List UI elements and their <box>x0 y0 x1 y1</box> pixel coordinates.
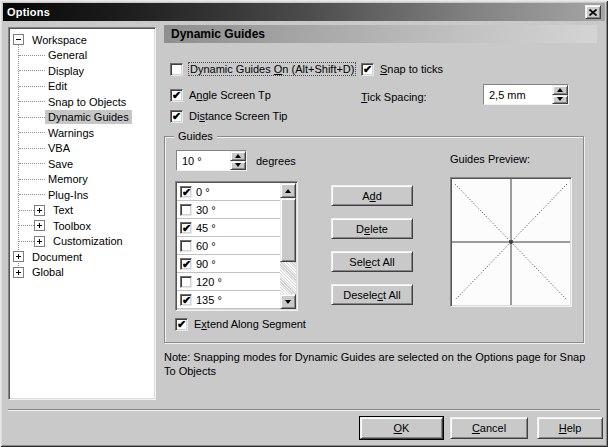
tree-connector-stub <box>19 225 34 226</box>
expand-plus-icon[interactable] <box>13 267 24 278</box>
guides-group: Guides 10 ° degrees 0 °30 °45 °60 °90 °1… <box>164 136 584 343</box>
tree-connector-stub <box>19 86 45 87</box>
footer-separator <box>8 409 600 411</box>
dynamic-guides-on-label: Dynamic Guides On (Alt+Shift+D) <box>189 63 355 75</box>
tree-item-toolbox[interactable]: Toolbox <box>9 218 155 234</box>
angle-label: 60 ° <box>196 240 216 252</box>
tree-item-dynamic-guides[interactable]: Dynamic Guides <box>9 110 155 126</box>
tree-item-label: Snap to Objects <box>45 95 129 109</box>
tree-item-warnings[interactable]: Warnings <box>9 125 155 141</box>
angle-row-30[interactable]: 30 ° <box>177 201 280 219</box>
checkbox-icon[interactable] <box>180 276 192 288</box>
tree-item-customization[interactable]: Customization <box>9 234 155 250</box>
add-button[interactable]: Add <box>331 185 413 206</box>
tree-item-label: Save <box>45 157 76 171</box>
distance-screen-tip-checkbox[interactable]: Distance Screen Tip <box>170 109 287 123</box>
checkbox-icon[interactable] <box>180 186 192 198</box>
checkbox-icon[interactable] <box>180 258 192 270</box>
tree-connector-stub <box>19 117 45 118</box>
checkbox-icon[interactable] <box>170 63 183 76</box>
arrow-down-icon <box>557 97 563 101</box>
dynamic-guides-on-checkbox[interactable]: Dynamic Guides On (Alt+Shift+D) <box>170 62 355 76</box>
tree-connector-stub <box>19 70 45 71</box>
tree-item-label: Customization <box>50 234 126 248</box>
tree-item-document[interactable]: Document <box>9 249 155 265</box>
tree-item-snap-to-objects[interactable]: Snap to Objects <box>9 94 155 110</box>
tree-item-workspace[interactable]: Workspace <box>9 32 155 48</box>
close-button[interactable] <box>585 5 601 19</box>
checkbox-icon[interactable] <box>180 222 192 234</box>
angle-label: 45 ° <box>196 222 216 234</box>
angle-list[interactable]: 0 °30 °45 °60 °90 °120 °135 ° <box>175 181 298 311</box>
scrollbar-thumb[interactable] <box>280 198 296 262</box>
spin-down-button[interactable] <box>552 95 568 105</box>
tick-spacing-spinbox[interactable]: 2,5 mm <box>483 84 569 105</box>
tree-item-label: VBA <box>45 141 73 155</box>
angle-row-0[interactable]: 0 ° <box>177 183 280 201</box>
tree-connector-stub <box>19 55 45 56</box>
scroll-up-button[interactable] <box>280 183 296 198</box>
degrees-value[interactable]: 10 ° <box>177 151 230 170</box>
angle-row-135[interactable]: 135 ° <box>177 291 280 309</box>
spin-up-button[interactable] <box>230 151 246 161</box>
tree-item-vba[interactable]: VBA <box>9 141 155 157</box>
degrees-label: degrees <box>256 155 296 167</box>
collapse-minus-icon[interactable] <box>13 34 24 45</box>
guides-preview-label: Guides Preview: <box>450 153 530 165</box>
tree-item-edit[interactable]: Edit <box>9 79 155 95</box>
tree-item-general[interactable]: General <box>9 48 155 64</box>
snap-to-ticks-checkbox[interactable]: Snap to ticks <box>361 62 443 76</box>
cancel-button[interactable]: Cancel <box>450 417 528 439</box>
tree-item-save[interactable]: Save <box>9 156 155 172</box>
arrow-up-icon <box>557 88 563 92</box>
angle-label: 0 ° <box>196 186 210 198</box>
snap-to-ticks-label: Snap to ticks <box>380 63 443 75</box>
angle-list-scrollbar[interactable] <box>280 183 296 309</box>
checkbox-icon[interactable] <box>180 240 192 252</box>
checkbox-icon[interactable] <box>170 89 183 102</box>
ok-button[interactable]: OK <box>360 417 443 439</box>
arrow-up-icon <box>285 189 291 193</box>
expand-plus-icon[interactable] <box>13 251 24 262</box>
page-title: Dynamic Guides <box>164 25 597 43</box>
select-all-button[interactable]: Select All <box>331 251 413 272</box>
checkbox-icon[interactable] <box>175 318 188 331</box>
spin-down-button[interactable] <box>230 161 246 171</box>
tree-connector-stub <box>19 101 45 102</box>
note-text: Note: Snapping modes for Dynamic Guides … <box>164 350 598 378</box>
options-tree[interactable]: WorkspaceGeneralDisplayEditSnap to Objec… <box>8 27 156 400</box>
tick-spacing-value[interactable]: 2,5 mm <box>484 85 552 104</box>
extend-along-segment-checkbox[interactable]: Extend Along Segment <box>175 317 306 331</box>
distance-screen-tip-label: Distance Screen Tip <box>189 110 287 122</box>
checkbox-icon[interactable] <box>180 294 192 306</box>
arrow-up-icon <box>235 154 241 158</box>
checkbox-icon[interactable] <box>170 110 183 123</box>
help-button[interactable]: Help <box>537 417 603 439</box>
tree-item-label: General <box>45 48 90 62</box>
expand-plus-icon[interactable] <box>34 220 45 231</box>
angle-row-120[interactable]: 120 ° <box>177 273 280 291</box>
angle-row-90[interactable]: 90 ° <box>177 255 280 273</box>
angle-row-60[interactable]: 60 ° <box>177 237 280 255</box>
tree-item-label: Edit <box>45 79 70 93</box>
tree-item-label: Plug-Ins <box>45 188 91 202</box>
deselect-all-button[interactable]: Deselect All <box>331 284 413 305</box>
expand-plus-icon[interactable] <box>34 236 45 247</box>
tree-item-text[interactable]: Text <box>9 203 155 219</box>
delete-button[interactable]: Delete <box>331 218 413 239</box>
tree-item-display[interactable]: Display <box>9 63 155 79</box>
checkbox-icon[interactable] <box>180 204 192 216</box>
angle-screen-tip-label: Angle Screen Tp <box>189 89 271 101</box>
spin-up-button[interactable] <box>552 85 568 95</box>
tree-item-memory[interactable]: Memory <box>9 172 155 188</box>
tree-item-global[interactable]: Global <box>9 265 155 281</box>
options-dialog: Options WorkspaceGeneralDisplayEditSnap … <box>0 0 608 447</box>
angle-row-45[interactable]: 45 ° <box>177 219 280 237</box>
tree-item-plug-ins[interactable]: Plug-Ins <box>9 187 155 203</box>
angle-screen-tip-checkbox[interactable]: Angle Screen Tp <box>170 88 271 102</box>
title-bar[interactable]: Options <box>3 3 605 21</box>
degrees-spinbox[interactable]: 10 ° <box>176 150 247 171</box>
scroll-down-button[interactable] <box>280 294 296 309</box>
expand-plus-icon[interactable] <box>34 205 45 216</box>
checkbox-icon[interactable] <box>361 63 374 76</box>
